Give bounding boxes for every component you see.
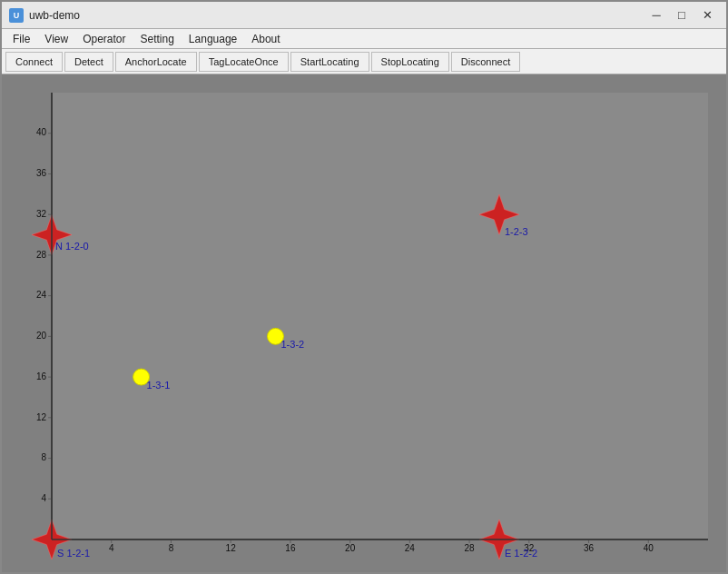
menu-view[interactable]: View (37, 29, 75, 48)
anchor-locate-button[interactable]: AnchorLocate (115, 52, 197, 72)
menu-setting[interactable]: Setting (133, 29, 182, 48)
menu-file[interactable]: File (5, 29, 37, 48)
uwb-chart-canvas (2, 74, 726, 574)
menu-operator[interactable]: Operator (75, 29, 133, 48)
menu-about[interactable]: About (244, 29, 287, 48)
title-bar: U uwb-demo ─ □ ✕ (2, 2, 726, 29)
window-controls: ─ □ ✕ (644, 6, 719, 25)
main-content (2, 74, 726, 574)
app-icon: U (9, 8, 24, 23)
close-button[interactable]: ✕ (695, 6, 719, 25)
maximize-button[interactable]: □ (670, 6, 694, 25)
stop-locating-button[interactable]: StopLocating (371, 52, 449, 72)
window-title: uwb-demo (29, 9, 644, 22)
menu-language[interactable]: Language (182, 29, 244, 48)
toolbar: Connect Detect AnchorLocate TagLocateOnc… (2, 49, 726, 74)
detect-button[interactable]: Detect (64, 52, 113, 72)
start-locating-button[interactable]: StartLocating (290, 52, 369, 72)
menu-bar: File View Operator Setting Language Abou… (2, 29, 726, 49)
tag-locate-once-button[interactable]: TagLocateOnce (199, 52, 289, 72)
minimize-button[interactable]: ─ (644, 6, 668, 25)
connect-button[interactable]: Connect (5, 52, 63, 72)
disconnect-button[interactable]: Disconnect (451, 52, 520, 72)
